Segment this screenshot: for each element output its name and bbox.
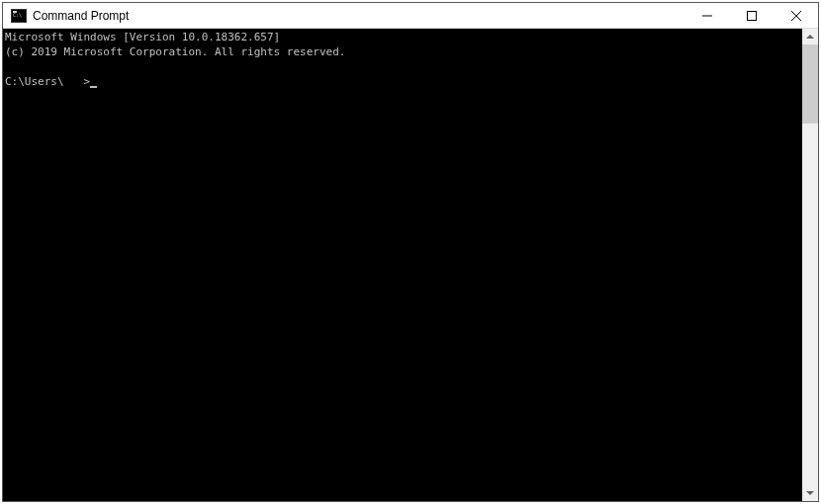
prompt-text: C:\Users\ > — [5, 74, 90, 89]
scroll-up-button[interactable] — [802, 29, 818, 44]
prompt-line: C:\Users\ > — [5, 74, 802, 89]
maximize-button[interactable] — [729, 3, 774, 28]
client-area: Microsoft Windows [Version 10.0.18362.65… — [3, 29, 818, 501]
scroll-thumb[interactable] — [802, 44, 818, 124]
window-title: Command Prompt — [33, 9, 129, 23]
close-icon — [791, 11, 801, 21]
terminal-output[interactable]: Microsoft Windows [Version 10.0.18362.65… — [3, 29, 802, 501]
cmd-app-icon — [11, 9, 27, 23]
minimize-icon — [702, 11, 712, 21]
svg-rect-1 — [747, 11, 756, 20]
svg-marker-4 — [806, 35, 814, 39]
cursor — [90, 86, 97, 88]
svg-marker-5 — [806, 491, 814, 495]
command-prompt-window: Command Prompt Microsoft Windows [Versio… — [2, 2, 819, 502]
scroll-down-button[interactable] — [802, 485, 818, 501]
copyright-line: (c) 2019 Microsoft Corporation. All righ… — [5, 44, 802, 59]
version-line: Microsoft Windows [Version 10.0.18362.65… — [5, 30, 802, 44]
window-controls — [684, 3, 818, 28]
chevron-up-icon — [806, 33, 814, 41]
chevron-down-icon — [806, 489, 814, 497]
close-button[interactable] — [774, 3, 818, 28]
title-bar[interactable]: Command Prompt — [3, 3, 818, 29]
maximize-icon — [747, 11, 757, 21]
vertical-scrollbar[interactable] — [802, 29, 818, 501]
blank-line — [5, 59, 802, 74]
minimize-button[interactable] — [684, 3, 729, 28]
